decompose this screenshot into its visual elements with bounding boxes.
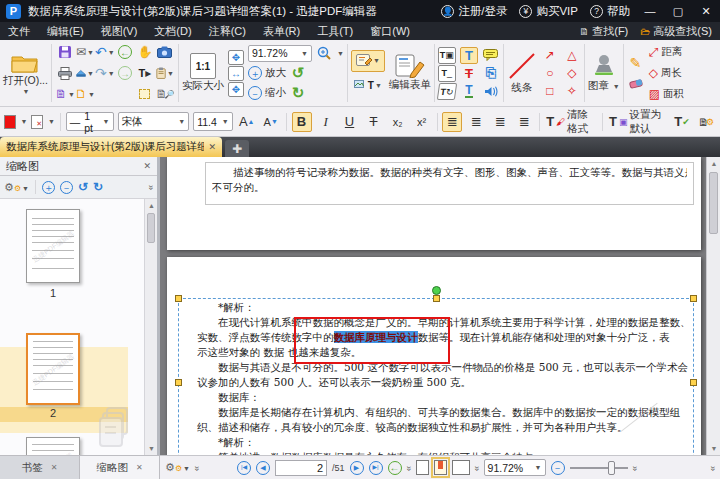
ellipse-tool-icon[interactable]: ○ (541, 65, 559, 82)
zoom-in-button[interactable]: ＋ 放大 ↺ (248, 63, 307, 83)
pencil-tool-icon[interactable]: ✎ (627, 54, 645, 71)
red-rectangle-annotation[interactable] (294, 317, 450, 364)
arrow-tool-icon[interactable]: ↗ (541, 47, 559, 64)
subscript-button[interactable]: x₂ (388, 112, 408, 132)
redo-icon[interactable]: ↷▼ (96, 65, 114, 82)
zoom-slider[interactable] (570, 467, 628, 469)
align-justify-button[interactable]: ≣ (514, 112, 534, 132)
align-right-button[interactable]: ≣ (490, 112, 510, 132)
next-page-button[interactable]: ▶ (350, 461, 364, 475)
single-page-layout-icon[interactable] (416, 460, 429, 475)
doc-scroll-up-icon[interactable]: ▲ (707, 157, 720, 170)
scanner-icon[interactable]: ▼ (76, 65, 94, 82)
layout-more-chevron-icon[interactable]: » (472, 465, 482, 469)
menu-edit[interactable]: 编辑(E) (47, 24, 84, 39)
scroll-down-icon[interactable]: ▼ (145, 442, 157, 455)
collapse-chevron-icon[interactable]: » (192, 465, 202, 469)
tab-thumbnails[interactable]: 缩略图✕ (80, 456, 160, 479)
zoom-more-chevron-icon[interactable]: » (630, 465, 640, 469)
strikethrough-button[interactable]: T (364, 112, 384, 132)
zoom-out-button[interactable]: － 缩小 ↻ (248, 83, 307, 103)
menu-form[interactable]: 表单(R) (263, 24, 300, 39)
minimize-button[interactable]: — (642, 5, 658, 17)
menu-tools[interactable]: 工具(T) (317, 24, 353, 39)
previous-view-button[interactable]: ← (388, 461, 402, 475)
thumbnail-page-3[interactable]: 迅捷PDF编辑器 (26, 437, 80, 455)
page-number-input[interactable]: 2 (275, 460, 327, 476)
align-center-button[interactable]: ≣ (466, 112, 486, 132)
fit-page-icon[interactable]: ✥ (228, 50, 244, 65)
text-replace-tool-icon[interactable]: T_ (438, 65, 456, 82)
status-options-button[interactable]: ⚙⚙▼ (165, 461, 190, 474)
status-zoom-select[interactable]: 91.72%▼ (484, 459, 546, 476)
document-tab[interactable]: 数据库系统原理与设计(第2版)课后习题详细答案(1) ✕ (0, 137, 222, 157)
increase-font-button[interactable]: A▲ (237, 112, 257, 132)
line-tool[interactable]: 线条 (505, 41, 539, 105)
thumb-more-chevron-icon[interactable]: » (146, 185, 156, 189)
paste-icon[interactable]: ▼ (156, 65, 174, 82)
buy-vip-button[interactable]: ¥ 购买VIP (519, 4, 578, 19)
apply-format-button[interactable]: T✔ (672, 112, 692, 132)
handle-top-left[interactable] (175, 295, 182, 302)
rotation-handle[interactable] (432, 286, 441, 295)
underline-text-tool[interactable]: T (460, 83, 478, 100)
export-page-icon[interactable]: 🗎▼ (56, 86, 74, 103)
polygon-tool-icon[interactable]: ◇ (563, 65, 581, 82)
area-tool[interactable]: ▨面积 (649, 84, 684, 104)
attachment-tool-icon[interactable]: ⎘ (482, 65, 500, 82)
next-view-icon[interactable]: → (116, 65, 134, 82)
menu-document[interactable]: 文档(D) (154, 24, 191, 39)
rectangle-tool-icon[interactable]: □ (541, 83, 559, 100)
bold-button[interactable]: B (292, 112, 312, 132)
nav-more-chevron-icon[interactable]: » (404, 465, 414, 469)
sidebar-scrollbar[interactable]: ▲ ▼ (144, 199, 157, 455)
italic-button[interactable]: I (316, 112, 336, 132)
close-button[interactable]: ✕ (698, 5, 714, 18)
statusbar-expand-chevron-icon[interactable]: » (708, 465, 718, 469)
rotate-left-icon[interactable]: ↺ (289, 65, 307, 82)
last-page-button[interactable]: ▶| (369, 461, 383, 475)
rotate-ccw-90-icon[interactable]: ↺ (78, 180, 88, 194)
advanced-find-button[interactable]: 🗁 高级查找(S) (640, 24, 712, 39)
first-page-button[interactable]: |◀ (237, 461, 251, 475)
menu-comment[interactable]: 注释(C) (209, 24, 246, 39)
new-page-icon[interactable]: 🗋▼ (76, 86, 94, 103)
previous-page-button[interactable]: ◀ (256, 461, 270, 475)
superscript-button[interactable]: x² (412, 112, 432, 132)
help-button[interactable]: ? 帮助 (590, 4, 630, 19)
tab-bookmarks[interactable]: 书签✕ (0, 456, 80, 479)
distance-tool[interactable]: ⤢距离 (649, 42, 683, 62)
select-text-icon[interactable]: T▸ (136, 65, 154, 82)
previous-view-icon[interactable]: ← (116, 44, 134, 61)
stamp-tool[interactable]: 图章 ▼ (586, 41, 622, 105)
hand-tool-icon[interactable]: ✋ (136, 44, 154, 61)
fit-width-icon[interactable]: ↔ (228, 66, 244, 81)
rotate-right-icon[interactable]: ↻ (289, 85, 307, 102)
actual-size-button[interactable]: 1:1 实际大小 (180, 41, 226, 105)
text-rotate-tool-icon[interactable]: T↻ (437, 83, 457, 100)
status-zoom-out-button[interactable]: － (551, 461, 565, 475)
fill-color-swatch[interactable]: ✕ (31, 115, 43, 129)
doc-scroll-down-icon[interactable]: ▼ (707, 442, 720, 455)
find-button[interactable]: 🗎 查找(F) (579, 24, 628, 39)
zoom-select[interactable]: 91.72%▼ (248, 45, 312, 62)
menu-file[interactable]: 文件 (8, 24, 30, 39)
continuous-layout-icon[interactable] (434, 460, 447, 475)
thumbnail-page-2-selected[interactable]: 迅捷PDF编辑器 (26, 333, 80, 405)
edit-content-tool[interactable]: ▼ (351, 50, 385, 72)
maximize-button[interactable]: ▢ (670, 5, 686, 18)
save-icon[interactable] (56, 44, 74, 61)
zoom-slider-knob[interactable] (608, 461, 615, 475)
print-icon[interactable] (56, 65, 74, 82)
thumbnail-page-1[interactable]: 迅捷PDF编辑器 (26, 209, 80, 283)
set-default-button[interactable]: T▣设置为默认 (608, 112, 668, 132)
thumb-zoom-out-button[interactable]: － (60, 181, 73, 194)
search-in-doc-icon[interactable]: 🗎🔎 (156, 86, 174, 103)
stroke-color-swatch[interactable] (4, 115, 16, 129)
align-left-button[interactable]: ≣ (442, 112, 462, 132)
highlight-text-tool[interactable]: T (460, 47, 478, 64)
edit-image-text-tool[interactable]: T ▼ (351, 75, 385, 97)
thumb-options-button[interactable]: ⚙⚙▼ (4, 181, 29, 194)
underline-button[interactable]: U (340, 112, 360, 132)
open-button[interactable]: 打开(O)... ▼ (1, 41, 50, 105)
